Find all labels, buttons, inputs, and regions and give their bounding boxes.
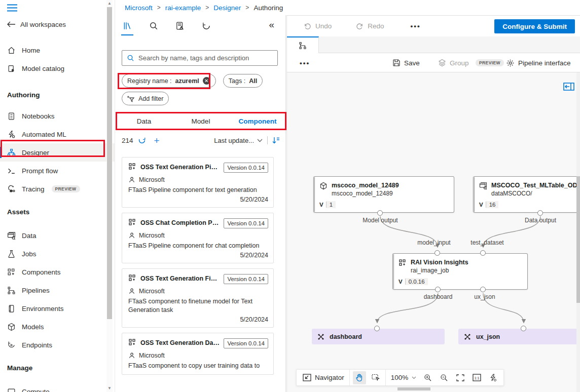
version-chip[interactable]: Version 0.0.14 [224, 338, 268, 348]
node-mscoco-model[interactable]: mscoco_model_12489 mscoco_model_12489 V1 [313, 176, 454, 213]
refresh-results-icon[interactable] [138, 136, 146, 144]
command-bar: Undo Redo ••• Configure & Submit [287, 16, 580, 36]
search-tab-icon[interactable] [147, 19, 160, 32]
scroll-down-icon[interactable]: ▼ [106, 385, 113, 392]
search-icon [127, 54, 134, 62]
output-node-dashboard[interactable]: dashboard [312, 329, 445, 344]
add-component-icon[interactable]: + [154, 136, 160, 145]
more-commands-icon[interactable]: ••• [411, 22, 421, 30]
jobs-icon [7, 250, 16, 258]
sidebar-item-models[interactable]: Models [0, 318, 115, 336]
save-button[interactable]: Save [392, 53, 420, 72]
node-mscoco-dataset[interactable]: MSCOCO_Test_MLTable_OD18 dataMSCOCO/ V16 [473, 176, 580, 213]
uxjson-input-port[interactable] [521, 326, 526, 331]
zoom-in-icon[interactable] [421, 371, 434, 384]
breadcrumb-workspace[interactable]: rai-example [165, 4, 201, 12]
actual-size-icon[interactable]: 1:1 [470, 371, 483, 384]
search-input[interactable] [138, 54, 273, 62]
fit-to-screen-icon[interactable] [454, 371, 467, 384]
pipeline-tab[interactable] [287, 36, 319, 53]
component-list: OSS Text Generation Pipeline Version 0.0… [122, 157, 274, 375]
tab-model[interactable]: Model [172, 112, 229, 130]
asset-library-tab-icon[interactable] [121, 19, 134, 32]
pipeline-interface-button[interactable]: Pipeline interface [506, 53, 571, 72]
rai-output-port-dashboard[interactable] [435, 287, 441, 292]
group-button[interactable]: Group [438, 53, 469, 72]
hamburger-menu-icon[interactable] [0, 0, 115, 15]
validation-tab-icon[interactable] [173, 19, 187, 32]
sidebar-item-jobs[interactable]: Jobs [0, 245, 115, 263]
breadcrumb: Microsoft > rai-example > Designer > Aut… [116, 0, 580, 15]
sidebar-item-prompt-flow[interactable]: Prompt flow [0, 162, 115, 180]
tab-component[interactable]: Component [229, 112, 286, 130]
component-card[interactable]: OSS Text Generation Pipeline Version 0.0… [122, 157, 274, 208]
sidebar-item-notebooks[interactable]: Notebooks [0, 107, 115, 125]
port-label-test-dataset: test_dataset [470, 239, 503, 246]
sidebar-item-model-catalog[interactable]: Model catalog [0, 59, 115, 77]
data-output-port[interactable] [537, 210, 543, 216]
filter-chip-registry[interactable]: Registry name :azureml ✕ [122, 74, 216, 88]
version-chip[interactable]: Version 0.0.14 [224, 163, 268, 173]
output-node-ux-json[interactable]: ux_json [458, 329, 580, 344]
auto-layout-icon[interactable] [486, 371, 499, 384]
configure-submit-button[interactable]: Configure & Submit [494, 19, 575, 33]
automated-ml-icon [7, 130, 16, 139]
select-tool[interactable] [369, 371, 382, 384]
sidebar-item-components[interactable]: Components [0, 263, 115, 281]
sidebar-item-compute[interactable]: Compute [0, 382, 115, 392]
sidebar-scrollbar[interactable]: ▲ ▼ [106, 0, 113, 392]
model-output-port[interactable] [377, 210, 383, 216]
collapse-panel-icon[interactable]: « [269, 19, 274, 30]
left-sidebar: All workspaces Home Model catalog Author… [0, 0, 115, 392]
navigator-button[interactable]: Navigator [301, 374, 346, 381]
rai-input-port-dataset[interactable] [480, 250, 486, 256]
port-label-ux-json: ux_json [474, 293, 495, 300]
sidebar-item-home[interactable]: Home [0, 41, 115, 59]
component-icon [398, 259, 407, 275]
component-icon [128, 163, 136, 171]
undo-button[interactable]: Undo [304, 22, 332, 30]
dashboard-input-port[interactable] [374, 326, 380, 331]
sidebar-item-tracing[interactable]: Tracing PREVIEW [0, 180, 115, 198]
sidebar-scrollbar-thumb[interactable] [107, 7, 112, 319]
breadcrumb-designer[interactable]: Designer [213, 4, 241, 12]
tab-data[interactable]: Data [116, 112, 172, 130]
component-card[interactable]: OSS Text Generation Finetune Version 0.0… [122, 268, 274, 328]
canvas-hscrollbar-thumb[interactable] [397, 387, 430, 390]
canvas-vscrollbar-thumb[interactable] [576, 176, 580, 303]
tracing-preview-badge: PREVIEW [52, 185, 80, 192]
group-layers-icon [438, 59, 446, 67]
sidebar-item-designer[interactable]: Designer [0, 143, 115, 162]
zoom-level-dropdown[interactable]: 100% [389, 374, 419, 381]
all-workspaces-back[interactable]: All workspaces [0, 17, 115, 31]
chevron-down-icon[interactable] [257, 139, 263, 142]
pipeline-graph-viewport[interactable]: mscoco_model_12489 mscoco_model_12489 V1… [287, 72, 580, 392]
rai-output-port-uxjson[interactable] [480, 287, 486, 292]
sidebar-item-pipelines[interactable]: Pipelines [0, 281, 115, 299]
asset-search[interactable] [122, 50, 278, 66]
rai-input-port-model[interactable] [434, 250, 440, 256]
refresh-panel-icon[interactable] [200, 19, 213, 32]
add-filter-button[interactable]: Add filter [122, 92, 169, 105]
sort-order-icon[interactable] [272, 137, 280, 144]
breadcrumb-microsoft[interactable]: Microsoft [125, 4, 153, 12]
redo-button[interactable]: Redo [356, 22, 384, 30]
graph-more-icon[interactable]: ••• [300, 53, 310, 72]
sort-dropdown[interactable]: Last update... [214, 137, 254, 144]
open-right-panel-icon[interactable] [563, 83, 574, 91]
sidebar-item-environments[interactable]: Environments [0, 299, 115, 318]
version-chip[interactable]: Version 0.0.14 [224, 218, 268, 228]
remove-filter-icon[interactable]: ✕ [203, 77, 210, 85]
node-rai-vision-insights[interactable]: RAI Vision Insights rai_image_job V0.0.1… [392, 253, 528, 290]
scroll-up-icon[interactable]: ▲ [106, 0, 113, 7]
component-card[interactable]: OSS Text Generation Data Im... Version 0… [122, 333, 274, 375]
sidebar-item-data[interactable]: Data [0, 226, 115, 245]
zoom-out-icon[interactable] [438, 371, 451, 384]
pan-hand-tool[interactable] [353, 371, 366, 384]
port-label-model-output: Model output [362, 217, 397, 224]
sidebar-item-automated-ml[interactable]: Automated ML [0, 125, 115, 143]
version-chip[interactable]: Version 0.0.14 [224, 274, 268, 284]
sidebar-item-endpoints[interactable]: Endpoints [0, 336, 115, 354]
filter-chip-tags[interactable]: Tags :All [223, 74, 263, 88]
component-card[interactable]: OSS Chat Completion Pipeline Version 0.0… [122, 213, 274, 263]
